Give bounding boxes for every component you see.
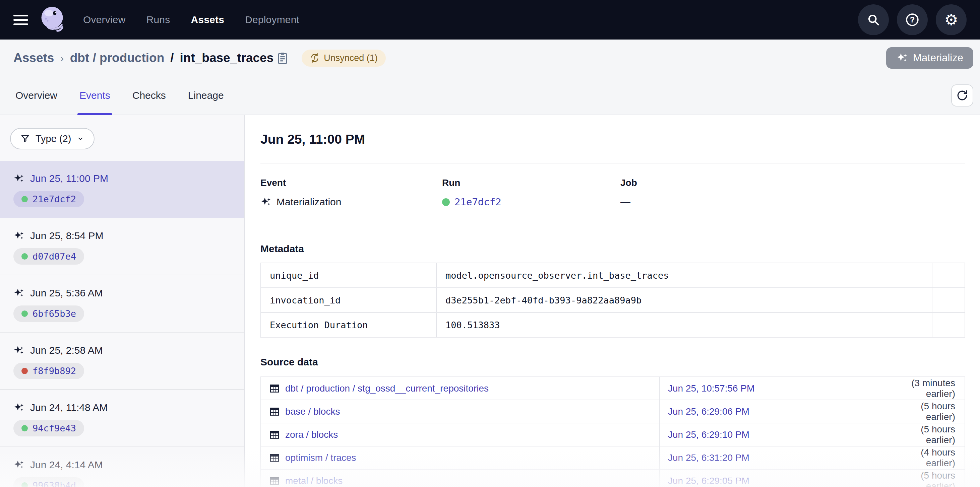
source-timestamp-link[interactable]: Jun 25, 6:31:20 PM [660,452,894,463]
type-filter-button[interactable]: Type (2) [10,128,94,149]
run-id-link[interactable]: 21e7dcf2 [455,196,501,208]
source-data-row: zora / blocks Jun 25, 6:29:10 PM (5 hour… [261,424,964,446]
refresh-button[interactable] [951,84,973,106]
source-timestamp-link[interactable]: Jun 25, 6:29:05 PM [660,476,894,486]
tab-events[interactable]: Events [78,76,112,114]
nav-item-deployment[interactable]: Deployment [245,14,299,25]
nav-item-runs[interactable]: Runs [146,14,170,25]
run-status-dot [21,482,28,487]
source-timestamp-link[interactable]: Jun 25, 6:29:10 PM [660,429,894,440]
event-time: Jun 24, 4:14 AM [30,459,103,471]
run-id-pill[interactable]: 6bf65b3e [13,305,84,322]
breadcrumb-group-link[interactable]: dbt / production [70,51,165,65]
source-timestamp-link[interactable]: Jun 25, 10:57:56 PM [660,383,894,394]
unsynced-badge[interactable]: Unsynced (1) [302,49,386,67]
source-data-table: dbt / production / stg_ossd__current_rep… [261,376,965,487]
copy-clipboard-icon[interactable] [275,51,290,65]
event-list-item[interactable]: Jun 24, 4:14 AM 99638b4d [0,447,244,487]
event-time: Jun 25, 11:00 PM [30,173,108,184]
job-label: Job [620,178,965,188]
sync-alert-icon [310,53,320,63]
table-icon [269,429,280,440]
breadcrumb-assets-link[interactable]: Assets [13,51,54,65]
run-id: 6bf65b3e [32,308,76,319]
event-time: Jun 25, 8:54 PM [30,230,103,241]
source-relative-time: (5 hours earlier) [894,401,964,422]
tab-checks[interactable]: Checks [130,76,168,114]
source-relative-time: (3 minutes earlier) [894,378,964,399]
tab-lineage[interactable]: Lineage [186,76,226,114]
run-id-pill[interactable]: 21e7dcf2 [13,191,84,207]
materialization-sparkle-icon [13,287,25,299]
source-relative-time: (5 hours earlier) [894,424,964,446]
source-asset-link[interactable]: base / blocks [285,406,340,417]
job-info-col: Job — [620,178,965,208]
materialize-button[interactable]: Materialize [886,47,973,69]
run-id: 94cf9e43 [32,423,76,433]
source-asset-link[interactable]: optimism / traces [285,452,356,463]
breadcrumb-chevron: › [60,52,64,65]
nav-item-overview[interactable]: Overview [83,14,126,25]
event-list-item[interactable]: Jun 25, 5:36 AM 6bf65b3e [0,275,244,333]
run-id-pill[interactable]: d07d07e4 [13,248,84,265]
source-data-row: dbt / production / stg_ossd__current_rep… [261,377,964,400]
materialization-sparkle-icon [13,345,25,356]
run-id-pill[interactable]: 99638b4d [13,477,84,487]
source-asset-link[interactable]: metal / blocks [285,476,342,486]
settings-button[interactable]: ⚙ [936,4,967,35]
event-type-value: Materialization [277,196,341,208]
event-list-item[interactable]: Jun 25, 11:00 PM 21e7dcf2 [0,161,244,218]
source-data-row: optimism / traces Jun 25, 6:31:20 PM (4 … [261,446,964,470]
breadcrumb-asset-name: int_base_traces [180,51,274,65]
app-root: Overview Runs Assets Deployment ? ⚙ [0,0,980,487]
run-label: Run [442,178,620,188]
nav-links: Overview Runs Assets Deployment [83,14,299,25]
metadata-row: invocation_id d3e255b1-2ebf-40fd-b393-9a… [261,288,964,313]
event-list-item[interactable]: Jun 25, 8:54 PM d07d07e4 [0,218,244,275]
event-list-item[interactable]: Jun 25, 2:58 AM f8f9b892 [0,333,244,390]
type-filter-label: Type (2) [35,133,71,144]
run-status-dot [21,425,28,431]
nav-item-assets[interactable]: Assets [191,14,224,25]
gear-icon: ⚙ [944,12,958,27]
help-button[interactable]: ? [897,4,928,35]
metadata-value: 100.513833 [437,313,932,337]
run-status-dot [442,198,450,206]
run-id-pill[interactable]: f8f9b892 [13,363,84,379]
top-nav-actions: ? ⚙ [858,4,967,35]
run-info-col: Run 21e7dcf2 [442,178,620,208]
metadata-row: Execution Duration 100.513833 [261,313,964,338]
source-relative-time: (5 hours earlier) [894,470,964,487]
sparkle-icon [896,52,908,64]
dagster-logo-icon[interactable] [40,5,68,34]
asset-tabs: Overview Events Checks Lineage [13,76,226,114]
job-value: — [620,196,630,208]
event-time: Jun 25, 2:58 AM [30,345,103,356]
asset-tabs-row: Overview Events Checks Lineage [0,76,980,115]
source-asset-link[interactable]: dbt / production / stg_ossd__current_rep… [285,383,488,394]
event-detail-panel: Jun 25, 11:00 PM Event Materialization R… [245,115,980,487]
source-data-heading: Source data [261,356,965,368]
table-icon [269,452,280,463]
tab-overview[interactable]: Overview [13,76,59,114]
metadata-row: unique_id model.opensource_observer.int_… [261,263,964,288]
asset-header: Assets › dbt / production / int_base_tra… [0,40,980,76]
event-list-item[interactable]: Jun 24, 11:48 AM 94cf9e43 [0,390,244,447]
metadata-table: unique_id model.opensource_observer.int_… [261,263,965,338]
event-detail-title: Jun 25, 11:00 PM [261,132,965,147]
materialization-sparkle-icon [13,402,25,413]
filter-area: Type (2) [0,115,244,161]
source-timestamp-link[interactable]: Jun 25, 6:29:06 PM [660,406,894,417]
metadata-key: unique_id [261,263,437,287]
table-icon [269,406,280,417]
run-status-dot [21,253,28,260]
metadata-value: d3e255b1-2ebf-40fd-b393-9a822aa89a9b [437,288,932,312]
hamburger-menu-icon[interactable] [13,15,28,25]
source-data-row: metal / blocks Jun 25, 6:29:05 PM (5 hou… [261,470,964,487]
source-asset-link[interactable]: zora / blocks [285,429,338,440]
event-info-grid: Event Materialization Run 21e7dcf2 Job [261,178,965,208]
search-button[interactable] [858,4,889,35]
materialization-sparkle-icon [13,173,25,184]
run-id-pill[interactable]: 94cf9e43 [13,420,84,436]
run-id: 21e7dcf2 [32,194,76,204]
